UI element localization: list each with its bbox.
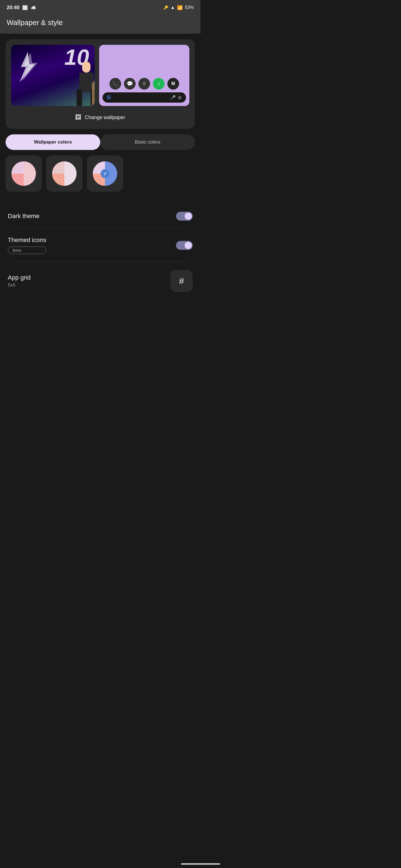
cloud-icon: ☁️ — [31, 5, 36, 10]
svg-rect-1 — [79, 72, 93, 92]
settings-section: Dark theme Themed icons Beta App grid 5x… — [0, 197, 200, 307]
apps-icon: ⠿ — [138, 78, 150, 90]
app-grid-left: App grid 5x5 — [8, 274, 31, 288]
themed-icons-row: Themed icons Beta — [8, 229, 193, 262]
themed-icons-label: Themed icons — [8, 237, 46, 244]
message-icon: 💬 — [124, 78, 136, 90]
color-swatch-3[interactable]: ✓ — [87, 156, 123, 192]
change-wallpaper-label: Change wallpaper — [85, 115, 125, 121]
dark-theme-left: Dark theme — [8, 213, 39, 220]
change-wallpaper-button[interactable]: 🖼 Change wallpaper — [71, 112, 130, 123]
swatch-3-circle: ✓ — [93, 161, 117, 186]
status-left: 20:40 ⬜ ☁️ — [7, 5, 36, 10]
app-grid-button[interactable]: # — [170, 270, 193, 292]
swatch-2-circle — [52, 161, 77, 186]
page-title: Wallpaper & style — [7, 18, 194, 27]
status-bar: 20:40 ⬜ ☁️ 🔑 ▲ 📶 53% — [0, 0, 200, 14]
lightning-svg — [15, 50, 40, 84]
phone-icon: 📞 — [109, 78, 121, 90]
themed-icons-left: Themed icons Beta — [8, 237, 46, 254]
color-swatch-1[interactable] — [6, 156, 42, 192]
status-right: 🔑 ▲ 📶 53% — [164, 5, 194, 10]
signal-icon: 📶 — [177, 5, 183, 10]
key-icon: 🔑 — [164, 5, 168, 10]
lock-screen-preview: 10 — [11, 45, 95, 106]
dark-theme-label: Dark theme — [8, 213, 39, 220]
svg-rect-2 — [77, 89, 82, 106]
spotify-icon: ♫ — [153, 78, 165, 90]
mic-icon: 🎤 — [170, 95, 176, 100]
search-bar-icons: 🎤 ⊙ — [170, 95, 181, 100]
themed-icons-toggle[interactable] — [176, 241, 193, 250]
battery-text: 53% — [185, 5, 194, 10]
home-icons-row: 📞 💬 ⠿ ♫ M — [109, 78, 179, 90]
lens-icon: ⊙ — [178, 95, 181, 100]
change-wallpaper-icon: 🖼 — [75, 114, 81, 121]
swatch-selected-check: ✓ — [101, 169, 109, 178]
wallpaper-preview-row: 10 📞 💬 ⠿ ♫ M — [11, 45, 189, 106]
app-grid-label: App grid — [8, 274, 31, 281]
time: 20:40 — [7, 5, 20, 10]
home-search-bar[interactable]: G 🎤 ⊙ — [103, 92, 186, 103]
color-tabs: Wallpaper colors Basic colors — [6, 134, 195, 150]
swatch-1-circle — [11, 161, 36, 186]
color-swatch-2[interactable] — [46, 156, 82, 192]
m-icon: M — [167, 78, 179, 90]
tab-wallpaper-colors[interactable]: Wallpaper colors — [6, 134, 100, 150]
svg-rect-0 — [82, 61, 90, 72]
dark-theme-toggle[interactable] — [176, 212, 193, 221]
app-grid-value: 5x5 — [8, 282, 31, 288]
dark-theme-row: Dark theme — [8, 204, 193, 228]
screen-icon: ⬜ — [22, 5, 28, 10]
dark-theme-toggle-knob — [184, 213, 192, 220]
google-g: G — [107, 95, 111, 100]
grid-hash-icon: # — [179, 276, 184, 286]
app-grid-row: App grid 5x5 # — [8, 262, 193, 300]
themed-icons-toggle-knob — [184, 242, 192, 249]
tab-basic-colors[interactable]: Basic colors — [100, 134, 195, 150]
color-swatches-row: ✓ — [0, 150, 200, 197]
wifi-icon: ▲ — [170, 5, 175, 10]
anime-figure-svg — [75, 61, 95, 106]
beta-badge: Beta — [8, 247, 46, 254]
header: Wallpaper & style — [0, 14, 200, 34]
wallpaper-card: 10 📞 💬 ⠿ ♫ M — [6, 39, 195, 129]
home-screen-preview: 📞 💬 ⠿ ♫ M G 🎤 ⊙ — [99, 45, 189, 106]
